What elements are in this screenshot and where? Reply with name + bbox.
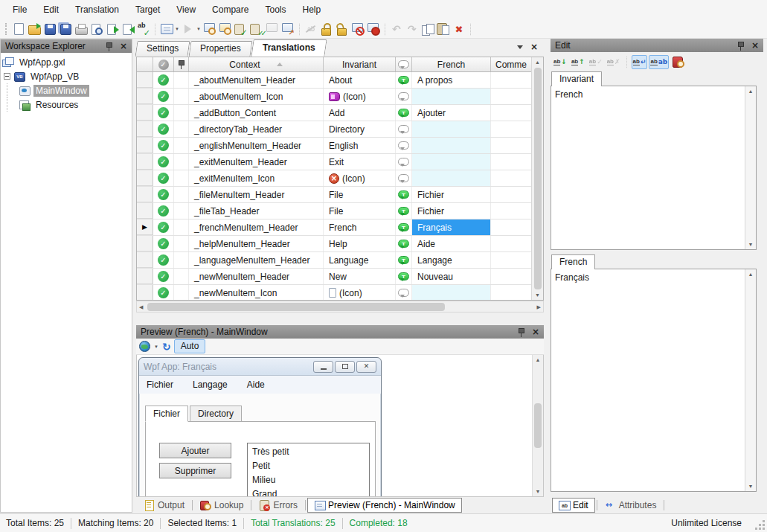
new-icon[interactable]	[11, 22, 26, 36]
lock-icon[interactable]	[319, 22, 334, 36]
scroll-down-icon[interactable]: ▼	[535, 292, 540, 298]
pin-cell[interactable]	[174, 154, 189, 170]
scroll-up-icon[interactable]: ▲	[536, 356, 541, 363]
table-row[interactable]: _englishMenuItem_HeaderEnglish	[137, 138, 543, 154]
grid-horizontal-scrollbar[interactable]: ◀ ▶	[136, 301, 544, 313]
print-icon[interactable]	[74, 22, 89, 36]
row-indicator-cell[interactable]	[137, 105, 153, 121]
scroll-down-icon[interactable]: ▼	[748, 483, 754, 490]
invariant-cell[interactable]: Help	[324, 236, 396, 251]
pin-cell[interactable]	[174, 203, 189, 219]
close-icon[interactable]: ×	[530, 327, 541, 336]
context-cell[interactable]: _newMenuItem_Icon	[189, 285, 324, 301]
row-indicator-cell[interactable]	[137, 138, 153, 153]
print-preview-icon[interactable]	[89, 22, 104, 36]
row-indicator-cell[interactable]	[137, 203, 153, 219]
row-indicator-cell[interactable]	[137, 187, 153, 202]
context-cell[interactable]: _helpMenuItem_Header	[189, 236, 324, 251]
expander-icon[interactable]	[4, 73, 10, 80]
unlock-icon[interactable]	[335, 22, 350, 36]
preview-button-ajouter[interactable]: Ajouter	[159, 443, 231, 458]
pin-cell[interactable]	[174, 170, 189, 186]
comment-cell[interactable]	[396, 89, 412, 104]
status-cell[interactable]	[153, 105, 174, 121]
row-indicator-cell[interactable]	[137, 89, 153, 104]
french-cell[interactable]: Nouveau	[412, 269, 491, 284]
table-row[interactable]: _directoryTab_HeaderDirectory	[137, 121, 543, 138]
invariant-cell[interactable]: New	[324, 269, 396, 284]
close-window-icon[interactable]: ✕	[356, 361, 376, 373]
exclude-icon[interactable]	[350, 22, 365, 36]
menu-view[interactable]: View	[168, 1, 204, 19]
table-row[interactable]: _exitMenuItem_HeaderExit	[137, 154, 543, 170]
french-cell[interactable]: Français	[412, 219, 491, 235]
status-cell[interactable]	[153, 121, 174, 137]
invariant-cell[interactable]: Language	[324, 252, 396, 268]
invariant-column-header[interactable]: Invariant	[324, 57, 396, 71]
invariant-cell[interactable]: Exit	[324, 154, 396, 170]
edit-form-translated-icon[interactable]	[218, 22, 233, 36]
french-cell[interactable]	[412, 170, 491, 186]
bottom-tab-edit[interactable]: Edit	[552, 498, 595, 513]
status-cell[interactable]	[153, 269, 174, 284]
context-cell[interactable]: _exitMenuItem_Header	[189, 154, 324, 170]
menu-translation[interactable]: Translation	[67, 1, 127, 19]
confirm-translation-icon[interactable]: ab✓	[588, 55, 604, 69]
bottom-tab-errors[interactable]: Errors	[253, 498, 304, 513]
comment-cell[interactable]	[396, 252, 412, 268]
row-indicator-cell[interactable]	[137, 170, 153, 186]
invariant-cell[interactable]: Add	[324, 105, 396, 121]
refresh-icon[interactable]: ↻	[162, 342, 171, 352]
comment-cell[interactable]	[396, 154, 412, 170]
comment-cell[interactable]	[396, 219, 412, 235]
reject-translation-icon[interactable]: ab✗	[606, 55, 622, 69]
invariant-cell[interactable]: (Icon)	[324, 170, 396, 186]
context-cell[interactable]: _aboutMenuItem_Header	[189, 72, 324, 88]
translation-memory-lookup-icon[interactable]	[670, 55, 685, 69]
tree-item-resources[interactable]: Resources	[2, 97, 130, 112]
build-icon[interactable]	[280, 22, 295, 36]
export-icon[interactable]	[121, 22, 135, 36]
comment-cell[interactable]	[396, 236, 412, 251]
context-cell[interactable]: _englishMenuItem_Header	[189, 138, 324, 153]
french-cell[interactable]: Aide	[412, 236, 491, 251]
row-indicator-cell[interactable]	[137, 72, 153, 88]
comment-cell[interactable]	[396, 203, 412, 219]
context-cell[interactable]: _directoryTab_Header	[189, 121, 324, 137]
invariant-text-box[interactable]: French ▲ ▼	[551, 86, 757, 250]
bottom-tab-output[interactable]: Output	[138, 498, 190, 513]
list-item[interactable]: Grand	[252, 487, 369, 497]
pin-cell[interactable]	[174, 121, 189, 137]
status-cell[interactable]	[153, 170, 174, 186]
status-cell[interactable]	[153, 203, 174, 219]
pin-cell[interactable]	[174, 138, 189, 153]
context-cell[interactable]: _aboutMenuItem_Icon	[189, 89, 324, 104]
pin-icon[interactable]	[737, 41, 744, 51]
preview-menu-aide[interactable]: Aide	[247, 379, 265, 390]
delete-icon[interactable]	[452, 22, 466, 36]
validate-all-icon[interactable]	[249, 22, 264, 36]
status-cell[interactable]	[153, 154, 174, 170]
edit-form-icon[interactable]	[202, 22, 217, 36]
list-item[interactable]: Milieu	[252, 473, 369, 487]
row-indicator-cell[interactable]	[137, 252, 153, 268]
comment-cell[interactable]	[396, 269, 412, 284]
french-cell[interactable]: Fichier	[412, 203, 491, 219]
preview-menu-fichier[interactable]: Fichier	[147, 379, 173, 390]
close-icon[interactable]: ×	[750, 41, 760, 50]
pin-cell[interactable]	[174, 252, 189, 268]
close-tab-icon[interactable]: ×	[529, 42, 539, 51]
scrollbar-thumb[interactable]	[534, 68, 542, 289]
spell-check-icon[interactable]	[136, 22, 151, 36]
save-icon[interactable]	[42, 22, 57, 36]
bottom-tab-preview[interactable]: Preview (French) - MainWindow	[307, 498, 462, 513]
comment-cell[interactable]	[396, 72, 412, 88]
context-cell[interactable]: _frenchMenuItem_Header	[189, 219, 324, 235]
list-item[interactable]: Très petit	[252, 445, 369, 459]
row-indicator-cell[interactable]: ▶	[137, 219, 153, 235]
preview-tab-directory[interactable]: Directory	[190, 406, 242, 422]
scroll-down-icon[interactable]: ▼	[748, 241, 754, 248]
french-cell[interactable]	[412, 285, 491, 301]
comment-cell[interactable]	[396, 187, 412, 202]
resize-grip[interactable]	[754, 519, 765, 530]
